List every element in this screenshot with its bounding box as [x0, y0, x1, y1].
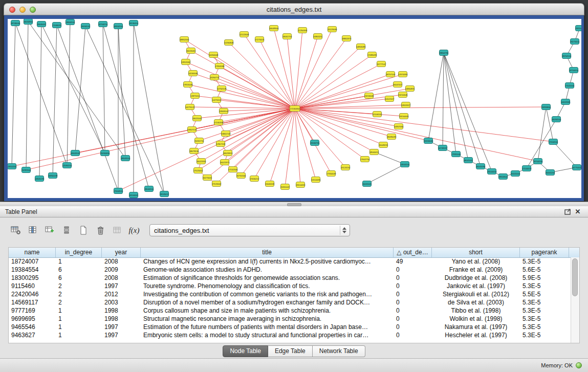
table-row[interactable]: 1456911722003Disruption of a novel membe… — [9, 298, 571, 307]
graph-node[interactable]: 16751344 — [236, 173, 246, 179]
graph-node[interactable]: 17240358 — [214, 120, 224, 125]
graph-node[interactable]: 11254409 — [298, 28, 308, 33]
graph-node[interactable]: 12260848 — [224, 40, 234, 46]
graph-node[interactable]: 16104441 — [129, 192, 139, 198]
graph-node[interactable]: 18023913 — [223, 150, 233, 156]
graph-node[interactable]: 17354049 — [326, 171, 336, 177]
graph-node[interactable]: 16963211 — [313, 34, 323, 39]
graph-node[interactable]: 16503100 — [71, 150, 80, 156]
graph-node[interactable]: 18041441 — [464, 158, 473, 163]
graph-node[interactable]: 14276112 — [212, 97, 222, 103]
graph-node[interactable]: 18746044 — [11, 20, 20, 26]
graph-node[interactable]: 12812062 — [181, 59, 191, 65]
graph-node[interactable]: 18130414 — [129, 20, 139, 26]
graph-node[interactable]: 18543104 — [121, 156, 130, 161]
graph-node[interactable]: 19154409 — [399, 114, 409, 119]
graph-node[interactable]: 16704414 — [569, 68, 579, 73]
graph-node[interactable]: 16046118 — [265, 181, 275, 187]
graph-node[interactable]: 18704150 — [533, 159, 543, 164]
new-table-icon[interactable] — [76, 224, 91, 237]
graph-node[interactable]: 15640447 — [37, 21, 47, 27]
column-header-4[interactable]: △ out_de… — [394, 248, 432, 257]
graph-node[interactable]: 16441041 — [362, 181, 372, 187]
graph-node[interactable]: 18095093 — [387, 134, 397, 140]
zoom-button[interactable] — [30, 7, 36, 13]
graph-node[interactable]: 16441204 — [546, 170, 555, 176]
graph-node[interactable]: 18757105 — [386, 72, 396, 77]
graph-node[interactable]: 16704214 — [98, 21, 108, 27]
table-row[interactable]: 946554611997Estimation of the future num… — [9, 323, 571, 331]
graph-node[interactable]: 25260650 — [100, 150, 110, 156]
graph-node[interactable]: 17240464 — [290, 106, 300, 112]
split-pane-divider[interactable] — [0, 202, 588, 206]
table-settings-icon[interactable] — [8, 224, 24, 237]
table-row[interactable]: 1872400712008Changes of HCN gene express… — [9, 257, 571, 266]
graph-node[interactable]: 18924502 — [498, 174, 508, 180]
graph-node[interactable]: 16015061 — [186, 48, 196, 54]
float-panel-icon[interactable] — [562, 208, 573, 216]
graph-node[interactable]: 14401945 — [561, 99, 571, 105]
graph-node[interactable]: 13861743 — [221, 131, 231, 137]
graph-node[interactable]: 13514453 — [296, 182, 306, 188]
graph-node[interactable]: 17523402 — [193, 168, 203, 173]
graph-node[interactable]: 15123449 — [328, 27, 337, 32]
graph-node[interactable]: 19184755 — [310, 140, 320, 146]
table-select-dropdown[interactable]: citations_edges.txt — [149, 224, 350, 236]
graph-node[interactable]: 16047427 — [393, 82, 403, 87]
graph-node[interactable]: 12752128 — [217, 86, 227, 92]
graph-node[interactable]: 13909142 — [219, 108, 229, 114]
graph-node[interactable]: 16770441 — [572, 165, 581, 170]
column-header-3[interactable]: title — [141, 248, 394, 257]
column-header-1[interactable]: in_degree — [56, 248, 102, 257]
graph-node[interactable]: 13260715 — [210, 75, 220, 80]
graph-node[interactable]: 17953188 — [215, 63, 225, 69]
import-table-icon[interactable] — [42, 224, 57, 237]
table-row[interactable]: 2242004622012Investigating the contribut… — [9, 290, 571, 298]
graph-node[interactable]: 17204104 — [549, 139, 558, 145]
graph-node[interactable]: 19864794 — [439, 50, 449, 56]
network-canvas[interactable]: 1724046418852063160150611281206214240048… — [8, 19, 581, 198]
column-visibility-icon[interactable] — [25, 224, 40, 237]
graph-node[interactable]: 16649500 — [269, 26, 279, 31]
graph-node[interactable]: 13907132 — [187, 127, 197, 133]
close-button[interactable] — [9, 7, 15, 13]
graph-node[interactable]: 16021973 — [220, 160, 230, 165]
graph-node[interactable]: 14275122 — [185, 104, 195, 110]
graph-node[interactable]: 19034142 — [81, 24, 91, 29]
graph-node[interactable]: 17446031 — [52, 23, 62, 28]
graph-node[interactable]: 17273415 — [255, 37, 265, 42]
graph-node[interactable]: 18304104 — [114, 24, 123, 29]
graph-node[interactable]: 14240048 — [188, 71, 198, 76]
graph-node[interactable]: 14260648 — [209, 52, 219, 58]
table-row[interactable]: 946362711997Embryonic stem cells: a mode… — [9, 331, 571, 339]
column-header-6[interactable]: pagerank — [520, 248, 569, 257]
graph-node[interactable]: 16950139 — [48, 173, 58, 179]
graph-node[interactable]: 13210646 — [398, 92, 408, 98]
graph-node[interactable]: 16273441 — [203, 175, 212, 181]
table-row[interactable]: 1830029562008Estimation of significance … — [9, 274, 571, 282]
graph-node[interactable]: 17602754 — [360, 157, 370, 162]
graph-node[interactable]: 15910444 — [575, 26, 581, 31]
graph-node[interactable]: 19273414 — [570, 39, 580, 45]
graph-node[interactable]: 14601627 — [401, 102, 411, 108]
graph-node[interactable]: 17519442 — [212, 181, 222, 187]
column-header-5[interactable]: short — [432, 248, 520, 257]
column-header-0[interactable]: name — [9, 248, 56, 257]
graph-node[interactable]: 17104419 — [522, 166, 532, 171]
graph-node[interactable]: 18679130 — [189, 148, 199, 154]
graph-node[interactable]: 12974393 — [398, 72, 408, 77]
graph-node[interactable]: 19861973 — [342, 36, 352, 41]
graph-node[interactable]: 13554104 — [400, 162, 410, 167]
row-tools-icon[interactable] — [59, 224, 74, 237]
graph-node[interactable]: 12875112 — [190, 93, 200, 99]
minimize-button[interactable] — [19, 7, 26, 13]
column-header-2[interactable]: year — [102, 248, 141, 257]
graph-node[interactable]: 14905193 — [35, 176, 45, 182]
graph-node[interactable]: 12106162 — [373, 112, 382, 117]
graph-node[interactable]: 16021933 — [197, 159, 206, 164]
graph-node[interactable]: 15955804 — [541, 104, 551, 110]
graph-node[interactable]: 17152340 — [228, 167, 238, 172]
graph-node[interactable]: 16634904 — [24, 19, 33, 25]
merge-table-icon[interactable] — [110, 224, 125, 237]
graph-node[interactable]: 17485093 — [367, 52, 377, 58]
